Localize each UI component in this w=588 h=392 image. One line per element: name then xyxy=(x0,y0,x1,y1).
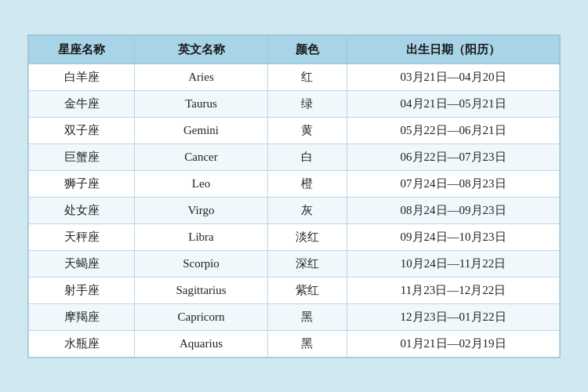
cell-chinese-name: 白羊座 xyxy=(29,64,135,90)
cell-chinese-name: 狮子座 xyxy=(29,170,135,197)
cell-color: 黑 xyxy=(267,330,347,357)
cell-color: 灰 xyxy=(267,197,347,223)
cell-english-name: Aries xyxy=(135,64,267,90)
cell-english-name: Capricorn xyxy=(135,303,267,330)
cell-date: 10月24日—11月22日 xyxy=(347,250,560,277)
cell-color: 紫红 xyxy=(267,277,347,303)
table-header-row: 星座名称 英文名称 颜色 出生日期（阳历） xyxy=(29,35,560,64)
table-row: 天蝎座Scorpio深红10月24日—11月22日 xyxy=(29,250,560,277)
table-row: 白羊座Aries红03月21日—04月20日 xyxy=(29,64,560,90)
cell-english-name: Scorpio xyxy=(135,250,267,277)
table-row: 金牛座Taurus绿04月21日—05月21日 xyxy=(29,90,560,117)
cell-english-name: Libra xyxy=(135,223,267,250)
table-body: 白羊座Aries红03月21日—04月20日金牛座Taurus绿04月21日—0… xyxy=(29,64,560,357)
cell-color: 橙 xyxy=(267,170,347,197)
cell-date: 03月21日—04月20日 xyxy=(347,64,560,90)
cell-color: 白 xyxy=(267,143,347,170)
cell-date: 07月24日—08月23日 xyxy=(347,170,560,197)
cell-english-name: Cancer xyxy=(135,143,267,170)
cell-english-name: Taurus xyxy=(135,90,267,117)
table-row: 射手座Sagittarius紫红11月23日—12月22日 xyxy=(29,277,560,303)
cell-color: 红 xyxy=(267,64,347,90)
cell-color: 深红 xyxy=(267,250,347,277)
zodiac-table: 星座名称 英文名称 颜色 出生日期（阳历） 白羊座Aries红03月21日—04… xyxy=(28,35,560,358)
cell-date: 08月24日—09月23日 xyxy=(347,197,560,223)
cell-chinese-name: 双子座 xyxy=(29,117,135,143)
header-english-name: 英文名称 xyxy=(135,35,267,64)
cell-date: 09月24日—10月23日 xyxy=(347,223,560,250)
cell-date: 04月21日—05月21日 xyxy=(347,90,560,117)
table-row: 处女座Virgo灰08月24日—09月23日 xyxy=(29,197,560,223)
header-chinese-name: 星座名称 xyxy=(29,35,135,64)
cell-date: 06月22日—07月23日 xyxy=(347,143,560,170)
cell-english-name: Sagittarius xyxy=(135,277,267,303)
cell-date: 12月23日—01月22日 xyxy=(347,303,560,330)
cell-english-name: Virgo xyxy=(135,197,267,223)
cell-english-name: Leo xyxy=(135,170,267,197)
cell-chinese-name: 巨蟹座 xyxy=(29,143,135,170)
cell-chinese-name: 金牛座 xyxy=(29,90,135,117)
cell-chinese-name: 处女座 xyxy=(29,197,135,223)
table-row: 摩羯座Capricorn黑12月23日—01月22日 xyxy=(29,303,560,330)
cell-chinese-name: 天蝎座 xyxy=(29,250,135,277)
zodiac-table-container: 星座名称 英文名称 颜色 出生日期（阳历） 白羊座Aries红03月21日—04… xyxy=(27,34,561,358)
cell-chinese-name: 水瓶座 xyxy=(29,330,135,357)
cell-color: 淡红 xyxy=(267,223,347,250)
cell-chinese-name: 射手座 xyxy=(29,277,135,303)
cell-date: 05月22日—06月21日 xyxy=(347,117,560,143)
table-row: 狮子座Leo橙07月24日—08月23日 xyxy=(29,170,560,197)
cell-color: 黑 xyxy=(267,303,347,330)
table-row: 双子座Gemini黄05月22日—06月21日 xyxy=(29,117,560,143)
cell-date: 01月21日—02月19日 xyxy=(347,330,560,357)
cell-chinese-name: 天秤座 xyxy=(29,223,135,250)
table-row: 天秤座Libra淡红09月24日—10月23日 xyxy=(29,223,560,250)
header-color: 颜色 xyxy=(267,35,347,64)
cell-color: 黄 xyxy=(267,117,347,143)
cell-english-name: Gemini xyxy=(135,117,267,143)
cell-chinese-name: 摩羯座 xyxy=(29,303,135,330)
table-row: 巨蟹座Cancer白06月22日—07月23日 xyxy=(29,143,560,170)
table-row: 水瓶座Aquarius黑01月21日—02月19日 xyxy=(29,330,560,357)
cell-english-name: Aquarius xyxy=(135,330,267,357)
header-birthday: 出生日期（阳历） xyxy=(347,35,560,64)
cell-date: 11月23日—12月22日 xyxy=(347,277,560,303)
cell-color: 绿 xyxy=(267,90,347,117)
